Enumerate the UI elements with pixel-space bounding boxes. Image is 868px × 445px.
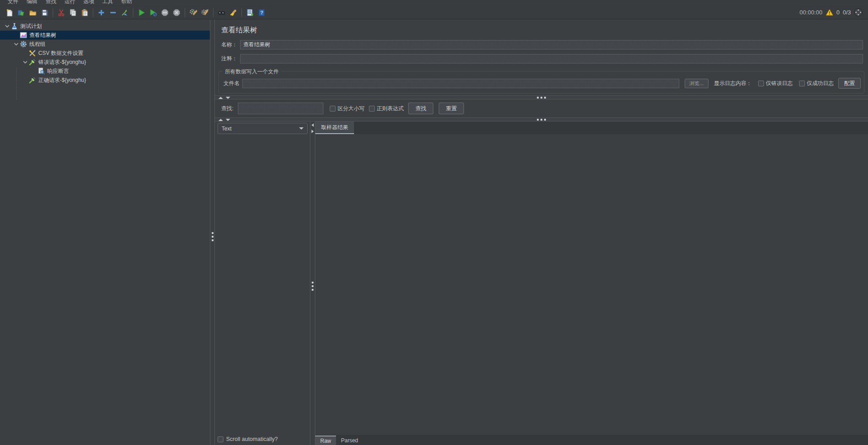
content-area: 测试计划 查看结果树 线程组 CSV 数据文件设置	[0, 20, 868, 445]
scroll-automatically-label: Scroll automatically?	[226, 436, 278, 442]
collapse-right-icon[interactable]	[312, 130, 314, 133]
remote-start-all-icon[interactable]	[187, 7, 199, 18]
results-tree-view	[218, 134, 308, 433]
expander-slot	[22, 49, 29, 57]
start-no-pauses-icon[interactable]	[147, 7, 159, 18]
copy-icon[interactable]	[67, 7, 79, 18]
search-label: 查找:	[221, 105, 233, 112]
collapse-down-icon[interactable]	[226, 119, 230, 121]
view-results-tree-panel: 查看结果树 名称： 注释： 所有数据写入一个文件 文件名 浏览... 显示日志内…	[215, 20, 868, 445]
menu-search[interactable]: 查找	[41, 0, 60, 5]
save-icon[interactable]	[39, 7, 50, 18]
expander-slot	[13, 31, 20, 39]
toggle-icon[interactable]	[119, 7, 131, 18]
results-splitter-bottom[interactable]	[215, 117, 868, 121]
add-icon[interactable]	[95, 7, 107, 18]
toolbar-status: 00:00:00 0 0/3	[800, 8, 864, 17]
menu-tools[interactable]: 工具	[98, 0, 117, 5]
tree-main-splitter[interactable]	[210, 20, 215, 445]
tab-raw[interactable]: Raw	[315, 436, 336, 445]
remove-icon[interactable]	[107, 7, 119, 18]
tree-item-label: 正确请求-${yonghu}	[38, 76, 90, 84]
clear-all-icon[interactable]	[227, 7, 239, 18]
tree-item-correct-request[interactable]: 正确请求-${yonghu}	[0, 76, 210, 85]
renderer-result-splitter[interactable]	[310, 121, 315, 445]
filename-label: 文件名	[223, 80, 240, 87]
splitter-grip[interactable]	[537, 119, 546, 121]
threads-indicator-icon[interactable]	[854, 8, 863, 17]
comment-input[interactable]	[240, 54, 863, 63]
tree-item-error-request[interactable]: 错误请求-${yonghu}	[0, 58, 210, 67]
expander-icon[interactable]	[13, 40, 20, 48]
name-input[interactable]	[240, 40, 863, 49]
view-results-tree-icon	[20, 31, 27, 39]
new-file-icon[interactable]	[4, 7, 15, 18]
paste-icon[interactable]	[79, 7, 91, 18]
stop-icon[interactable]	[159, 7, 171, 18]
tree-item-view-results-tree[interactable]: 查看结果树	[0, 31, 210, 40]
expander-icon[interactable]	[22, 58, 29, 66]
tree-item-response-assertion[interactable]: 响应断言	[0, 67, 210, 76]
chevron-down-icon	[299, 127, 304, 130]
splitter-grip[interactable]	[212, 232, 214, 241]
results-splitter-top[interactable]	[215, 95, 868, 99]
expander-icon[interactable]	[4, 22, 11, 30]
warning-icon[interactable]	[826, 9, 833, 16]
sampler-result-content	[315, 134, 868, 435]
errors-only-label: 仅错误日志	[766, 80, 793, 87]
shutdown-icon[interactable]	[171, 7, 182, 18]
filename-input[interactable]	[242, 79, 679, 88]
tree-item-csv-data-set[interactable]: CSV 数据文件设置	[0, 49, 210, 58]
case-sensitive-checkbox[interactable]	[330, 106, 336, 112]
help-icon[interactable]: ?	[256, 7, 268, 18]
splitter-collapse-buttons	[312, 123, 314, 133]
response-assertion-icon	[38, 67, 45, 75]
raw-parsed-tab-bar: Raw Parsed	[315, 435, 868, 445]
tree-item-thread-group[interactable]: 线程组	[0, 40, 210, 49]
remote-shutdown-all-icon[interactable]	[199, 7, 211, 18]
menu-help[interactable]: 帮助	[117, 0, 136, 5]
collapse-down-icon[interactable]	[226, 97, 230, 99]
scroll-automatically-checkbox[interactable]	[218, 436, 223, 442]
function-helper-icon[interactable]	[244, 7, 256, 18]
tab-sampler-result[interactable]: 取样器结果	[315, 121, 354, 134]
open-templates-icon[interactable]	[15, 7, 27, 18]
regex-checkbox[interactable]	[369, 106, 375, 112]
menu-file[interactable]: 文件	[4, 0, 23, 5]
renderer-pane: Text Scroll automatically?	[215, 121, 310, 445]
menu-run[interactable]: 运行	[60, 0, 79, 5]
configure-button[interactable]: 配置	[838, 78, 861, 89]
write-results-group: 所有数据写入一个文件 文件名 浏览... 显示日志内容： 仅错误日志 仅成功日志…	[218, 71, 864, 94]
csv-data-set-icon	[29, 49, 36, 57]
renderer-select[interactable]: Text	[218, 123, 308, 134]
search-input[interactable]	[238, 103, 323, 114]
success-only-checkbox[interactable]	[799, 81, 805, 86]
splitter-grip[interactable]	[312, 282, 314, 291]
collapse-up-icon[interactable]	[218, 97, 223, 99]
menu-edit[interactable]: 编辑	[23, 0, 41, 5]
reset-button[interactable]: 重置	[439, 103, 464, 114]
expander-slot	[22, 76, 29, 84]
errors-only-checkbox[interactable]	[758, 81, 764, 86]
splitter-grip[interactable]	[537, 97, 546, 99]
sampler-result-pane: 取样器结果 Raw Parsed	[315, 121, 868, 445]
name-label: 名称：	[221, 41, 237, 49]
open-file-icon[interactable]	[27, 7, 39, 18]
cut-icon[interactable]	[55, 7, 67, 18]
tab-parsed[interactable]: Parsed	[336, 436, 363, 445]
start-icon[interactable]	[136, 7, 147, 18]
browse-button[interactable]: 浏览...	[685, 79, 709, 88]
scroll-automatically-row: Scroll automatically?	[218, 433, 308, 445]
results-lower-area: Text Scroll automatically? 取样器结果	[215, 121, 868, 445]
log-display-label: 显示日志内容：	[714, 80, 752, 87]
find-button[interactable]: 查找	[408, 103, 433, 114]
toolbar-separator	[53, 8, 53, 17]
menu-options[interactable]: 选项	[79, 0, 98, 5]
collapse-up-icon[interactable]	[218, 119, 223, 121]
tree-item-label: 查看结果树	[29, 31, 60, 39]
collapse-left-icon[interactable]	[312, 123, 314, 127]
search-icon[interactable]	[216, 7, 227, 18]
tree-item-label: 响应断言	[47, 67, 73, 75]
http-sampler-icon	[29, 76, 36, 84]
tree-item-test-plan[interactable]: 测试计划	[0, 22, 210, 31]
